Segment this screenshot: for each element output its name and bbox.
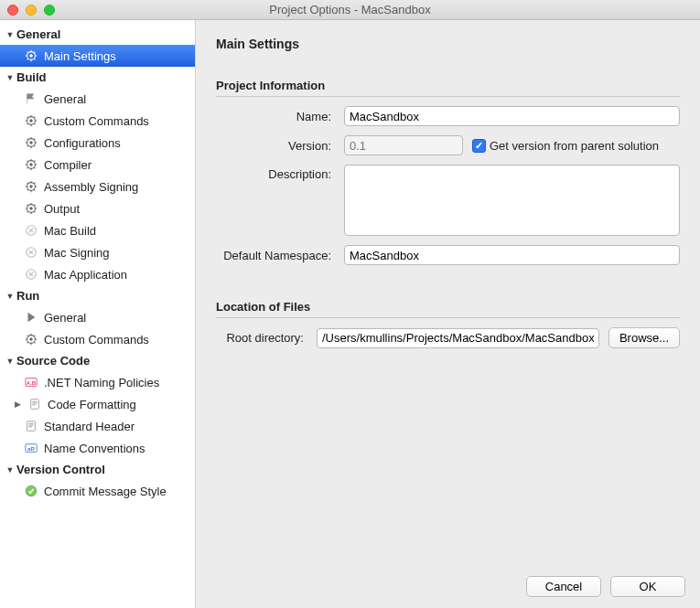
svg-point-7 bbox=[29, 163, 33, 166]
sidebar-item-label: General bbox=[44, 92, 86, 106]
section-project-info-title: Project Information bbox=[216, 79, 680, 92]
sidebar-item-commit-message-style[interactable]: Commit Message Style bbox=[0, 480, 195, 502]
gear-icon bbox=[24, 201, 38, 216]
sidebar: ▼ General Main Settings ▼ Build General … bbox=[0, 20, 196, 608]
description-input[interactable] bbox=[344, 165, 680, 236]
gear-icon bbox=[24, 48, 38, 63]
get-version-label: Get version from parent solution bbox=[490, 139, 659, 153]
svg-point-3 bbox=[29, 119, 33, 123]
close-icon[interactable] bbox=[7, 5, 18, 16]
category-general[interactable]: ▼ General bbox=[0, 24, 195, 45]
content-panel: Main Settings Project Information Name: … bbox=[196, 20, 700, 608]
sidebar-item-label: Main Settings bbox=[44, 49, 116, 63]
sidebar-item-output[interactable]: Output bbox=[0, 197, 195, 219]
chevron-down-icon: ▼ bbox=[5, 30, 15, 39]
sidebar-item-custom-commands[interactable]: Custom Commands bbox=[0, 110, 195, 132]
titlebar: Project Options - MacSandbox bbox=[0, 0, 700, 20]
sidebar-item-label: Commit Message Style bbox=[44, 485, 167, 498]
section-location-title: Location of Files bbox=[216, 300, 680, 314]
svg-rect-19 bbox=[31, 400, 39, 410]
sidebar-item-label: Mac Build bbox=[44, 224, 96, 238]
sidebar-item-mac-signing[interactable]: Mac Signing bbox=[0, 241, 195, 263]
sidebar-item-standard-header[interactable]: Standard Header bbox=[0, 415, 195, 437]
sidebar-item-net-naming[interactable]: A.B .NET Naming Policies bbox=[0, 371, 195, 393]
get-version-checkbox-wrap[interactable]: ✓ Get version from parent solution bbox=[472, 139, 659, 153]
sidebar-item-compiler[interactable]: Compiler bbox=[0, 154, 195, 176]
sidebar-item-label: .NET Naming Policies bbox=[44, 376, 159, 389]
x-circle-icon bbox=[24, 267, 38, 282]
category-label: General bbox=[16, 27, 60, 41]
sidebar-item-assembly-signing[interactable]: Assembly Signing bbox=[0, 176, 195, 197]
page-title: Main Settings bbox=[216, 37, 680, 51]
sidebar-item-label: Custom Commands bbox=[44, 333, 149, 347]
cancel-button[interactable]: Cancel bbox=[526, 576, 601, 597]
name-label: Name: bbox=[216, 110, 335, 123]
sidebar-item-mac-build[interactable]: Mac Build bbox=[0, 219, 195, 241]
root-directory-input[interactable] bbox=[317, 328, 599, 348]
name-input[interactable] bbox=[344, 106, 680, 126]
play-icon bbox=[24, 310, 38, 325]
sidebar-item-configurations[interactable]: Configurations bbox=[0, 132, 195, 154]
x-circle-icon bbox=[24, 245, 38, 260]
gear-icon bbox=[24, 135, 38, 150]
default-namespace-label: Default Namespace: bbox=[216, 249, 335, 262]
document-icon bbox=[24, 419, 38, 433]
svg-point-11 bbox=[29, 207, 33, 210]
sidebar-item-main-settings[interactable]: Main Settings bbox=[0, 45, 195, 67]
chevron-down-icon: ▼ bbox=[5, 357, 15, 366]
zoom-icon[interactable] bbox=[44, 5, 55, 16]
divider bbox=[216, 96, 680, 97]
svg-text:A.B: A.B bbox=[27, 379, 37, 386]
sidebar-item-label: Code Formatting bbox=[48, 398, 136, 411]
dialog-buttons: Cancel OK bbox=[526, 576, 685, 597]
gear-icon bbox=[24, 332, 38, 347]
sidebar-item-label: Mac Signing bbox=[44, 246, 110, 260]
gear-icon bbox=[24, 179, 38, 194]
category-version-control[interactable]: ▼ Version Control bbox=[0, 459, 195, 480]
gear-icon bbox=[24, 157, 38, 172]
ok-button[interactable]: OK bbox=[610, 576, 685, 597]
gear-icon bbox=[24, 113, 38, 128]
sidebar-item-mac-application[interactable]: Mac Application bbox=[0, 263, 195, 285]
sidebar-item-code-formatting[interactable]: ▶ Code Formatting bbox=[0, 393, 195, 415]
sidebar-item-run-general[interactable]: General bbox=[0, 306, 195, 328]
svg-text:aR: aR bbox=[27, 445, 35, 452]
checkbox-checked-icon[interactable]: ✓ bbox=[472, 139, 486, 153]
sidebar-item-label: Output bbox=[44, 202, 80, 216]
category-source-code[interactable]: ▼ Source Code bbox=[0, 350, 195, 371]
sidebar-item-label: Name Conventions bbox=[44, 442, 145, 455]
sidebar-item-name-conventions[interactable]: aR Name Conventions bbox=[0, 437, 195, 459]
sidebar-item-label: General bbox=[44, 311, 86, 325]
sidebar-item-label: Mac Application bbox=[44, 268, 127, 282]
svg-point-16 bbox=[29, 337, 33, 341]
category-label: Source Code bbox=[16, 354, 90, 368]
chevron-down-icon: ▼ bbox=[5, 292, 15, 301]
category-label: Version Control bbox=[16, 463, 105, 476]
default-namespace-input[interactable] bbox=[344, 245, 680, 265]
version-input bbox=[344, 135, 463, 155]
chevron-right-icon: ▶ bbox=[13, 400, 22, 409]
description-label: Description: bbox=[216, 165, 335, 181]
sidebar-item-run-custom-commands[interactable]: Custom Commands bbox=[0, 328, 195, 350]
x-circle-icon bbox=[24, 223, 38, 238]
category-run[interactable]: ▼ Run bbox=[0, 285, 195, 306]
root-directory-label: Root directory: bbox=[216, 331, 307, 345]
flag-icon bbox=[24, 91, 38, 106]
svg-rect-20 bbox=[27, 421, 36, 432]
check-circle-icon bbox=[24, 484, 38, 498]
minimize-icon[interactable] bbox=[26, 5, 37, 16]
category-label: Run bbox=[16, 289, 39, 303]
sidebar-item-label: Custom Commands bbox=[44, 114, 149, 128]
sidebar-item-build-general[interactable]: General bbox=[0, 88, 195, 110]
sidebar-item-label: Compiler bbox=[44, 158, 92, 172]
svg-point-1 bbox=[29, 54, 33, 58]
browse-button[interactable]: Browse... bbox=[608, 327, 680, 348]
category-label: Build bbox=[16, 70, 47, 84]
ab-icon: A.B bbox=[24, 375, 38, 389]
document-icon bbox=[27, 397, 42, 411]
svg-point-9 bbox=[29, 185, 33, 188]
version-label: Version: bbox=[216, 139, 335, 153]
category-build[interactable]: ▼ Build bbox=[0, 67, 195, 88]
traffic-lights bbox=[7, 5, 55, 16]
chevron-down-icon: ▼ bbox=[5, 73, 15, 82]
